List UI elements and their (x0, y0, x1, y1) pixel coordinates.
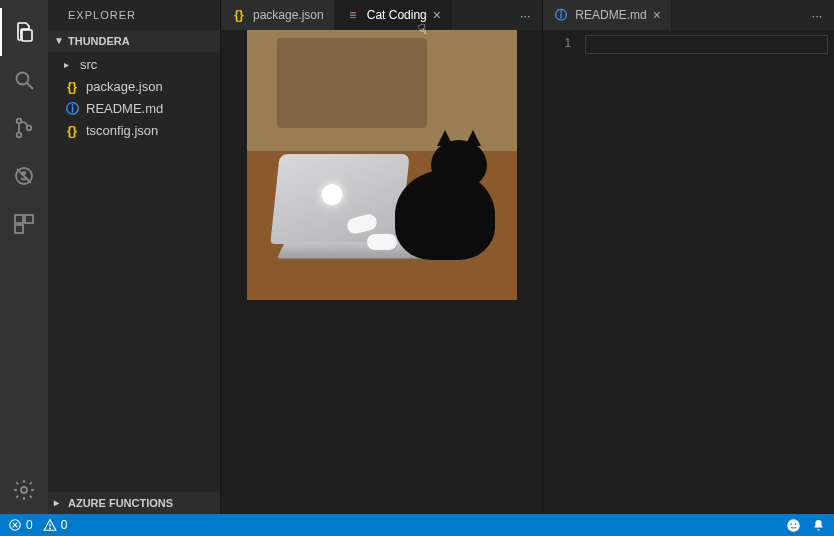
activity-explorer-icon[interactable] (0, 8, 48, 56)
json-file-icon: {} (64, 76, 80, 98)
json-file-icon: {} (64, 120, 80, 142)
svg-point-2 (17, 119, 22, 124)
cat-graphic (375, 140, 495, 260)
tab-overflow-button[interactable]: ··· (800, 0, 834, 30)
tree-item-label: src (80, 54, 97, 76)
info-file-icon: ⓘ (553, 7, 569, 24)
explorer-sidebar: EXPLORER ▼ THUNDERA ▸ src {} package.jso… (48, 0, 220, 514)
activity-search-icon[interactable] (0, 56, 48, 104)
tab-label: package.json (253, 8, 324, 22)
chevron-right-icon: ▸ (64, 54, 74, 76)
activity-extensions-icon[interactable] (0, 200, 48, 248)
tab-label: README.md (575, 8, 646, 22)
chevron-down-icon: ▼ (54, 30, 64, 52)
cat-coding-image (247, 30, 517, 300)
tab-row: ⓘ README.md × ··· (543, 0, 834, 30)
tab-overflow-button[interactable]: ··· (508, 0, 542, 30)
tree-item-label: tsconfig.json (86, 120, 158, 142)
activity-settings-icon[interactable] (0, 466, 48, 514)
status-bell-icon[interactable] (811, 518, 826, 533)
tree-folder-src[interactable]: ▸ src (48, 54, 220, 76)
json-file-icon: {} (231, 8, 247, 22)
tab-cat-coding[interactable]: ≡ Cat Coding × (335, 0, 452, 30)
svg-point-0 (17, 73, 29, 85)
line-number: 1 (543, 36, 571, 50)
svg-point-15 (791, 523, 793, 525)
text-editor-readme[interactable]: 1 (543, 30, 834, 514)
info-file-icon: ⓘ (64, 98, 80, 120)
section-header-label: THUNDERA (68, 30, 130, 52)
svg-rect-8 (25, 215, 33, 223)
ellipsis-icon: ··· (520, 8, 531, 23)
tab-package-json[interactable]: {} package.json (221, 0, 335, 30)
current-line-highlight (585, 35, 828, 54)
tab-row: {} package.json ≡ Cat Coding × ··· (221, 0, 542, 30)
section-header-azure[interactable]: ▸ AZURE FUNCTIONS (48, 492, 220, 514)
svg-point-16 (795, 523, 797, 525)
activity-debug-icon[interactable] (0, 152, 48, 200)
tree-file-readme[interactable]: ⓘ README.md (48, 98, 220, 120)
status-warnings[interactable]: 0 (43, 518, 68, 532)
svg-line-1 (27, 83, 33, 89)
section-header-label: AZURE FUNCTIONS (68, 492, 173, 514)
chevron-right-icon: ▸ (54, 492, 64, 514)
editor-area: {} package.json ≡ Cat Coding × ··· (220, 0, 834, 514)
tree-file-tsconfig[interactable]: {} tsconfig.json (48, 120, 220, 142)
webview-cat-coding[interactable] (221, 30, 542, 514)
section-header-project[interactable]: ▼ THUNDERA (48, 30, 220, 52)
line-number-gutter: 1 (543, 30, 585, 514)
editor-group-right: ⓘ README.md × ··· 1 (542, 0, 834, 514)
ellipsis-icon: ··· (812, 8, 823, 23)
preview-icon: ≡ (345, 8, 361, 22)
status-feedback-icon[interactable] (786, 518, 801, 533)
tab-close-icon[interactable]: × (433, 7, 441, 23)
tab-label: Cat Coding (367, 8, 427, 22)
tab-readme[interactable]: ⓘ README.md × (543, 0, 672, 30)
svg-point-3 (17, 133, 22, 138)
sidebar-title: EXPLORER (48, 0, 220, 30)
activity-bar (0, 0, 48, 514)
file-tree: ▸ src {} package.json ⓘ README.md {} tsc… (48, 52, 220, 142)
svg-point-10 (21, 487, 27, 493)
svg-point-14 (787, 519, 800, 532)
tree-item-label: package.json (86, 76, 163, 98)
activity-scm-icon[interactable] (0, 104, 48, 152)
svg-point-13 (49, 528, 50, 529)
status-errors-count: 0 (26, 518, 33, 532)
tree-file-package-json[interactable]: {} package.json (48, 76, 220, 98)
tab-close-icon[interactable]: × (653, 7, 661, 23)
svg-rect-9 (15, 225, 23, 233)
status-errors[interactable]: 0 (8, 518, 33, 532)
svg-point-6 (23, 172, 25, 174)
tree-item-label: README.md (86, 98, 163, 120)
status-warnings-count: 0 (61, 518, 68, 532)
svg-rect-7 (15, 215, 23, 223)
status-bar: 0 0 (0, 514, 834, 536)
editor-group-left: {} package.json ≡ Cat Coding × ··· (220, 0, 542, 514)
svg-point-4 (27, 126, 32, 131)
